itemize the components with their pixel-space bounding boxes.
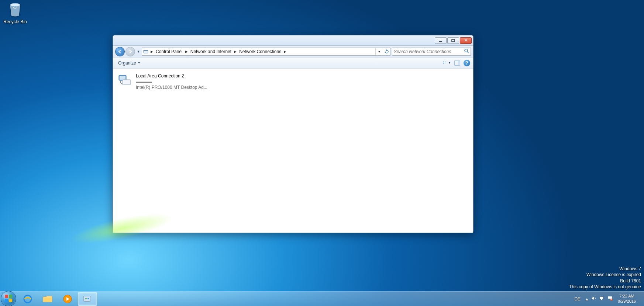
organize-menu[interactable]: Organize ▼ <box>116 59 143 67</box>
address-dropdown-button[interactable]: ▾ <box>375 48 383 55</box>
svg-rect-23 <box>85 301 90 302</box>
svg-point-21 <box>85 298 87 299</box>
recycle-bin[interactable]: Recycle Bin <box>2 1 28 24</box>
taskbar-control-panel-button[interactable] <box>78 292 97 306</box>
connection-name: Local Area Connection 2 <box>136 73 207 79</box>
clock[interactable]: 7:22 AM 8/29/2016 <box>615 294 639 303</box>
taskbar-media-player-button[interactable] <box>58 292 77 306</box>
forward-button[interactable] <box>125 47 135 56</box>
activation-watermark: Windows 7 Windows License is expired Bui… <box>569 266 641 290</box>
help-button[interactable]: ? <box>464 60 470 66</box>
svg-rect-18 <box>43 298 52 302</box>
svg-rect-24 <box>600 297 603 299</box>
taskbar: DE ▴ ✕ 7:22 AM 8/29/2016 <box>0 291 644 306</box>
language-indicator[interactable]: DE <box>571 296 583 302</box>
breadcrumb-sep-icon[interactable]: ▶ <box>149 50 154 53</box>
watermark-line: Windows License is expired <box>569 272 641 278</box>
action-center-icon[interactable]: ✕ <box>607 296 613 302</box>
system-tray: DE ▴ ✕ 7:22 AM 8/29/2016 <box>571 292 644 306</box>
refresh-button[interactable] <box>383 48 390 55</box>
organize-label: Organize <box>118 60 136 66</box>
svg-line-6 <box>467 52 469 53</box>
minimize-button[interactable] <box>435 37 447 44</box>
breadcrumb-sep-icon[interactable]: ▶ <box>283 50 287 53</box>
volume-icon[interactable] <box>591 296 596 302</box>
address-bar[interactable]: ▶ Control Panel ▶ Network and Internet ▶… <box>142 48 390 56</box>
back-button[interactable] <box>115 47 125 56</box>
clock-time: 7:22 AM <box>618 294 636 299</box>
recycle-bin-icon <box>6 1 24 18</box>
breadcrumb-network-connections[interactable]: Network Connections <box>238 49 283 54</box>
svg-rect-25 <box>601 299 602 300</box>
search-icon[interactable] <box>464 49 469 55</box>
show-desktop-button[interactable] <box>639 292 644 306</box>
toolbar: Organize ▼ ▼ ? <box>113 58 473 69</box>
svg-rect-2 <box>452 39 455 42</box>
network-adapter-icon <box>117 73 132 88</box>
watermark-line: This copy of Windows is not genuine <box>569 284 641 290</box>
svg-rect-16 <box>123 80 130 84</box>
navigation-row: ▼ ▶ Control Panel ▶ Network and Internet… <box>113 46 473 58</box>
clock-date: 8/29/2016 <box>618 299 636 304</box>
maximize-button[interactable] <box>447 37 459 44</box>
network-tray-icon[interactable] <box>599 296 605 302</box>
start-button[interactable] <box>1 291 16 306</box>
chevron-down-icon: ▼ <box>448 61 451 65</box>
taskbar-ie-button[interactable] <box>18 292 37 306</box>
taskbar-explorer-button[interactable] <box>38 292 57 306</box>
explorer-window: ✕ ▼ ▶ Control Panel ▶ Network and Intern… <box>113 35 473 233</box>
svg-rect-4 <box>144 50 148 51</box>
content-area[interactable]: Local Area Connection 2 ▬▬▬▬ Intel(R) PR… <box>113 69 473 233</box>
connection-status: ▬▬▬▬ <box>136 79 207 84</box>
close-button[interactable]: ✕ <box>460 37 472 44</box>
svg-point-17 <box>24 295 31 303</box>
svg-rect-20 <box>83 296 91 301</box>
watermark-line: Build 7601 <box>569 278 641 284</box>
svg-rect-12 <box>458 61 460 65</box>
nav-history-dropdown[interactable]: ▼ <box>136 47 141 56</box>
breadcrumb-network-internet[interactable]: Network and Internet <box>189 49 233 54</box>
window-titlebar[interactable]: ✕ <box>113 35 473 46</box>
watermark-line: Windows 7 <box>569 266 641 272</box>
svg-point-22 <box>87 298 89 299</box>
breadcrumb-sep-icon[interactable]: ▶ <box>233 50 238 53</box>
show-hidden-icons-button[interactable]: ▴ <box>586 296 588 302</box>
svg-rect-26 <box>600 300 603 300</box>
svg-rect-14 <box>120 76 125 80</box>
recycle-bin-label: Recycle Bin <box>2 19 28 24</box>
location-icon <box>142 49 149 55</box>
search-box[interactable] <box>392 48 471 56</box>
chevron-down-icon: ▼ <box>138 61 141 65</box>
svg-text:✕: ✕ <box>611 299 612 301</box>
svg-rect-8 <box>443 63 444 63</box>
network-connection-item[interactable]: Local Area Connection 2 ▬▬▬▬ Intel(R) PR… <box>116 72 219 92</box>
breadcrumb-sep-icon[interactable]: ▶ <box>184 50 189 53</box>
view-options-button[interactable]: ▼ <box>443 59 451 67</box>
svg-rect-7 <box>443 61 444 62</box>
svg-point-5 <box>465 49 468 52</box>
breadcrumb-control-panel[interactable]: Control Panel <box>154 49 184 54</box>
connection-adapter: Intel(R) PRO/1000 MT Desktop Ad... <box>136 84 207 90</box>
preview-pane-button[interactable] <box>453 59 461 67</box>
search-input[interactable] <box>394 49 464 54</box>
